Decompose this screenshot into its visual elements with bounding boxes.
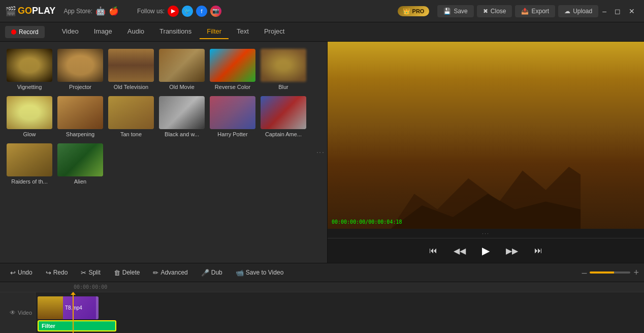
track-label: 👁 Video (0, 292, 36, 333)
timeline-ruler: 00:00:00:00 (0, 282, 644, 292)
filter-item-projector[interactable]: Projector (55, 46, 106, 93)
filter-thumb-old-movie (159, 49, 205, 82)
filter-item-old-movie[interactable]: Old Movie (156, 46, 207, 93)
filter-item-captain-america[interactable]: Captain Ame... (258, 93, 309, 140)
main-area: ⋮ VignettingProjectorOld TelevisionOld M… (0, 42, 644, 263)
preview-panel: 00:00:00:00/00:00:04:18 ··· ⏮ ◀◀ ▶ ▶▶ ⏭ (328, 42, 644, 263)
filter-item-raiders[interactable]: Raiders of th... (4, 140, 55, 188)
filter-thumb-black-and-white (159, 96, 205, 129)
logo-icon: 🎬 (5, 6, 16, 17)
advanced-button[interactable]: ✏ Advanced (148, 267, 192, 279)
restore-button[interactable]: ◻ (610, 6, 625, 16)
skip-start-button[interactable]: ⏮ (425, 244, 441, 257)
secondary-toolbar: Record Video Image Audio Transitions Fil… (0, 22, 644, 42)
advanced-icon: ✏ (153, 269, 158, 277)
tab-video[interactable]: Video (55, 24, 86, 39)
tab-text[interactable]: Text (230, 24, 256, 39)
tab-filter[interactable]: Filter (200, 24, 229, 39)
facebook-icon[interactable]: f (196, 6, 207, 17)
play-button[interactable]: ▶ (478, 243, 494, 259)
filter-item-glow[interactable]: Glow (4, 93, 55, 140)
tab-transitions[interactable]: Transitions (152, 24, 199, 39)
social-icons: ▶ 🐦 f 📷 (168, 6, 221, 17)
delete-button[interactable]: 🗑 Delete (109, 267, 145, 279)
video-track-toggle[interactable]: 👁 (10, 309, 16, 316)
minimize-button[interactable]: – (598, 6, 610, 16)
prev-frame-button[interactable]: ◀◀ (449, 244, 470, 258)
tab-image[interactable]: Image (87, 24, 119, 39)
filter-thumb-tan-tone (108, 96, 154, 129)
filter-thumb-vignetting (7, 49, 52, 82)
split-icon: ✂ (81, 269, 86, 277)
skip-end-button[interactable]: ⏭ (530, 244, 546, 257)
filter-thumb-raiders (7, 143, 52, 176)
clip-resize-handle[interactable] (96, 296, 99, 319)
filter-thumb-sharpening (57, 96, 103, 129)
filter-label-raiders: Raiders of th... (11, 178, 48, 185)
appstore-label: App Store: (63, 8, 92, 15)
zoom-slider[interactable] (590, 271, 630, 274)
save-to-video-button[interactable]: 📹 Save to Video (231, 267, 289, 279)
close-button[interactable]: ✖ Close (477, 5, 512, 17)
clip-thumbnail (38, 296, 63, 319)
split-button[interactable]: ✂ Split (76, 267, 105, 279)
tab-audio[interactable]: Audio (120, 24, 151, 39)
android-icon[interactable]: 🤖 (95, 6, 106, 16)
filter-item-sharpening[interactable]: Sharpening (55, 93, 106, 140)
apple-icon[interactable]: 🍎 (109, 6, 119, 16)
ruler-mark-0: 00:00:00:00 (74, 284, 107, 290)
filter-item-vignetting[interactable]: Vignetting (4, 46, 55, 93)
filter-thumb-alien (57, 143, 103, 176)
filter-panel: ⋮ VignettingProjectorOld TelevisionOld M… (0, 42, 328, 263)
filter-item-tan-tone[interactable]: Tan tone (106, 93, 156, 140)
filter-item-reverse-color[interactable]: Reverse Color (207, 46, 258, 93)
window-close-button[interactable]: ✕ (625, 6, 639, 16)
redo-button[interactable]: ↪ Redo (41, 267, 73, 279)
filter-label-vignetting: Vignetting (17, 84, 42, 90)
export-icon: 📤 (521, 8, 529, 15)
filter-item-blur[interactable]: Blur (258, 46, 309, 93)
more-options: ··· (328, 229, 644, 238)
follow-label: Follow us: (137, 8, 165, 15)
filter-item-old-television[interactable]: Old Television (106, 46, 156, 93)
filter-clip-label: Filter (42, 323, 55, 329)
export-button[interactable]: 📤 Export (515, 5, 555, 17)
undo-button[interactable]: ↩ Undo (5, 267, 38, 279)
filter-label-black-and-white: Black and w... (165, 131, 199, 137)
record-dot-icon (11, 29, 16, 35)
timeline-body: 👁 Video T8.mp4 Filter (0, 292, 644, 333)
nav-tabs: Video Image Audio Transitions Filter Tex… (55, 24, 292, 39)
filter-label-harry-potter: Harry Potter (217, 131, 247, 137)
next-frame-button[interactable]: ▶▶ (502, 244, 522, 258)
filter-item-harry-potter[interactable]: Harry Potter (207, 93, 258, 140)
filter-thumb-old-television (108, 49, 154, 82)
tab-project[interactable]: Project (257, 24, 292, 39)
save-button[interactable]: 💾 Save (437, 5, 473, 17)
youtube-icon[interactable]: ▶ (168, 6, 179, 17)
filter-item-alien[interactable]: Alien (55, 140, 106, 188)
filter-label-reverse-color: Reverse Color (215, 84, 250, 90)
filter-clip[interactable]: Filter (38, 320, 116, 331)
zoom-in-button[interactable]: + (633, 267, 639, 278)
pro-badge: 👑 PRO (398, 6, 430, 16)
filter-label-blur: Blur (278, 84, 288, 90)
upload-button[interactable]: ☁ Upload (558, 5, 598, 17)
save-icon: 💾 (443, 8, 451, 15)
zoom-out-button[interactable]: – (582, 267, 587, 278)
timestamp: 00:00:00:00/00:00:04:18 (332, 219, 402, 225)
twitter-icon[interactable]: 🐦 (182, 6, 193, 17)
filter-thumb-captain-america (261, 96, 306, 129)
logo-go: GO (18, 6, 32, 16)
instagram-icon[interactable]: 📷 (210, 6, 221, 17)
filter-item-black-and-white[interactable]: Black and w... (156, 93, 207, 140)
dub-button[interactable]: 🎤 Dub (196, 267, 228, 279)
undo-icon: ↩ (10, 269, 16, 277)
filter-thumb-projector (57, 49, 103, 82)
topbar: 🎬 GOPLAY App Store: 🤖 🍎 Follow us: ▶ 🐦 f… (0, 0, 644, 22)
filter-label-projector: Projector (69, 84, 91, 90)
playhead[interactable] (73, 292, 74, 333)
record-button[interactable]: Record (5, 26, 45, 38)
dub-icon: 🎤 (201, 269, 209, 277)
video-clip[interactable]: T8.mp4 (38, 296, 99, 319)
filter-label-captain-america: Captain Ame... (265, 131, 302, 137)
